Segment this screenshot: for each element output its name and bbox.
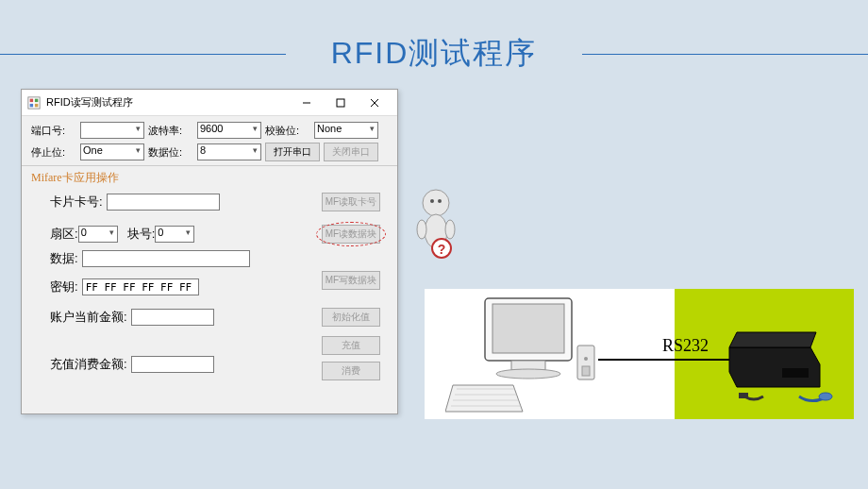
parity-select[interactable]: None [314, 122, 378, 139]
page-title: RFID测试程序 [331, 36, 538, 70]
balance-input[interactable] [131, 309, 214, 326]
open-port-button[interactable]: 打开串口 [265, 143, 320, 161]
recharge-label: 充值消费金额: [50, 356, 127, 373]
init-value-button[interactable]: 初始化值 [322, 308, 380, 327]
balance-label: 账户当前金额: [50, 309, 127, 326]
consume-button[interactable]: 消费 [322, 362, 380, 380]
baud-label: 波特率: [148, 124, 193, 138]
card-no-label: 卡片卡号: [50, 194, 103, 211]
svg-rect-28 [782, 368, 809, 378]
window-titlebar[interactable]: RFID读写测试程序 [22, 90, 397, 116]
write-block-button[interactable]: MF写数据块 [322, 271, 380, 290]
svg-point-9 [423, 190, 449, 216]
connection-diagram: RS232 [425, 289, 854, 419]
svg-rect-18 [492, 304, 564, 353]
svg-point-14 [445, 220, 455, 239]
svg-rect-2 [35, 98, 39, 102]
data-select[interactable]: 8 [197, 143, 261, 160]
recharge-input[interactable] [131, 356, 214, 373]
maximize-button[interactable] [324, 91, 358, 115]
minimize-button[interactable] [290, 91, 324, 115]
sector-label: 扇区: [50, 226, 78, 243]
svg-rect-3 [30, 103, 34, 107]
svg-rect-6 [337, 99, 344, 107]
read-card-button[interactable]: MF读取卡号 [322, 193, 380, 211]
window-title: RFID读写测试程序 [46, 95, 290, 110]
stop-label: 停止位: [31, 145, 76, 160]
svg-rect-27 [582, 366, 590, 376]
close-button[interactable] [358, 91, 392, 115]
app-icon [27, 96, 41, 110]
read-block-button[interactable]: MF读数据块 [322, 225, 380, 244]
window-controls [290, 91, 392, 115]
rfid-reader-icon [726, 310, 839, 413]
close-port-button[interactable]: 关闭串口 [324, 143, 378, 161]
title-divider-right [582, 54, 868, 55]
block-select[interactable]: 0 [155, 226, 194, 243]
key-input[interactable] [82, 278, 199, 295]
parity-label: 校验位: [265, 124, 310, 138]
svg-point-10 [430, 199, 434, 203]
svg-point-26 [584, 357, 588, 361]
svg-rect-29 [739, 393, 748, 398]
port-label: 端口号: [31, 124, 76, 138]
data-label: 数据位: [148, 145, 193, 160]
block-label: 块号: [127, 226, 156, 243]
sector-select[interactable]: 0 [78, 226, 118, 243]
page-title-bar: RFID测试程序 [0, 33, 868, 75]
port-select[interactable] [80, 122, 144, 139]
svg-rect-4 [35, 103, 39, 107]
svg-point-11 [438, 199, 442, 203]
key-label: 密钥: [50, 278, 78, 295]
svg-rect-1 [30, 98, 34, 102]
title-divider-left [0, 54, 286, 55]
connection-line [598, 359, 738, 361]
serial-config-panel: 端口号: 波特率: 9600 校验位: None 停止位: One 数据位: 8… [22, 116, 397, 166]
rs232-label: RS232 [662, 336, 709, 356]
svg-point-20 [496, 369, 560, 379]
svg-point-30 [819, 393, 832, 400]
mifare-section-title: Mifare卡应用操作 [31, 170, 388, 186]
stop-select[interactable]: One [80, 143, 144, 160]
card-no-input[interactable] [107, 194, 220, 211]
data-input[interactable] [82, 250, 250, 267]
mifare-section: Mifare卡应用操作 卡片卡号: MF读取卡号 扇区: 0 块号: 0 MF读… [22, 166, 397, 392]
app-window: RFID读写测试程序 端口号: 波特率: 9600 校验位: None 停止位:… [21, 89, 398, 414]
svg-text:?: ? [438, 242, 446, 257]
question-character-icon: ? [408, 184, 464, 269]
svg-point-13 [417, 220, 426, 239]
recharge-button[interactable]: 充值 [322, 336, 380, 355]
data-field-label: 数据: [50, 250, 78, 267]
computer-icon [445, 291, 606, 413]
baud-select[interactable]: 9600 [197, 122, 261, 139]
